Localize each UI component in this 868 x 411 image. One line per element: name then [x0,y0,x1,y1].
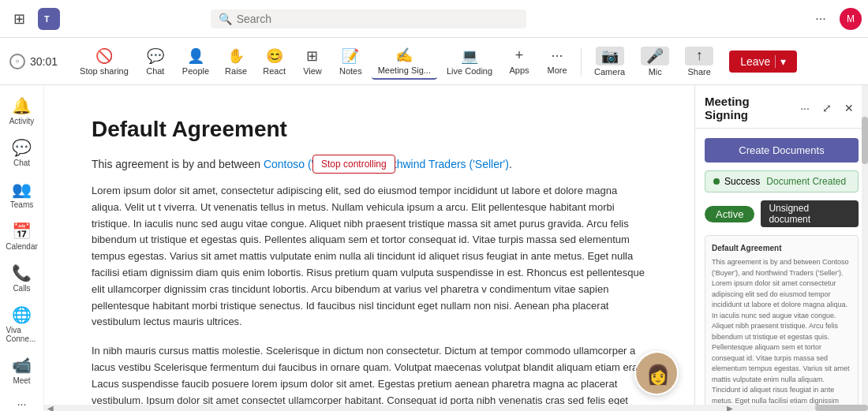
panel-close-button[interactable]: ✕ [840,99,859,118]
share-icon: ↑ [685,47,713,65]
signing-panel: Meeting Signing ··· ⤢ ✕ Create Documents… [694,85,868,411]
sidebar-item-calendar[interactable]: 📅 Calendar [3,217,41,256]
teams-logo: T [38,8,60,30]
main-content: 🔔 Activity 💬 Chat 👥 Teams 📅 Calendar 📞 C… [0,85,868,411]
doc-paragraph-2: In nibh mauris cursus mattis molestie. S… [92,343,647,411]
scroll-right-icon[interactable]: ▶ [727,404,733,412]
view-icon: ⊞ [306,47,318,65]
grid-icon[interactable]: ⊞ [6,6,32,32]
notes-icon: 📝 [342,47,359,65]
document-area: Stop controlling Default Agreement This … [44,85,868,411]
horizontal-scrollbar[interactable]: ◀ ▶ [44,405,868,411]
share-button[interactable]: ↑ Share [679,43,720,80]
stop-controlling-button[interactable]: Stop controlling [312,155,395,174]
create-documents-button[interactable]: Create Documents [705,138,859,163]
panel-header: Meeting Signing ··· ⤢ ✕ [695,85,868,129]
search-icon: 🔍 [219,13,232,25]
chat-icon: 💬 [147,47,164,65]
panel-more-button[interactable]: ··· [795,99,814,118]
sidebar-item-meet[interactable]: 📹 Meet [3,351,41,390]
raise-button[interactable]: ✋ Raise [219,44,253,79]
more-icon[interactable]: ··· [808,6,833,32]
chat-nav-icon: 💬 [12,138,32,157]
more-icon: ··· [552,47,563,64]
sidebar-item-activity[interactable]: 🔔 Activity [3,92,41,130]
calendar-nav-icon: 📅 [12,222,32,241]
react-button[interactable]: 😊 React [256,44,292,79]
participant-avatar: 👩 [634,351,679,395]
mic-button[interactable]: 🎤 Mic [634,43,675,80]
meeting-timer: ○ 30:01 [9,54,58,69]
more-button[interactable]: ··· More [540,44,574,78]
teams-nav-icon: 👥 [12,180,32,199]
document-preview: Default Agreement This agreement is by a… [705,235,859,411]
top-bar-actions: ··· M [808,6,862,32]
raise-icon: ✋ [227,47,245,65]
notes-button[interactable]: 📝 Notes [333,44,369,79]
panel-body: Create Documents Success Document Create… [695,129,868,411]
sidebar-item-more[interactable]: ··· [3,393,41,411]
timer-circle: ○ [9,54,25,69]
document-title: Default Agreement [92,117,647,142]
success-message: Success Document Created [705,170,859,192]
preview-text: This agreement is by and between Contoso… [712,258,849,411]
success-indicator [713,178,720,185]
sidebar-item-calls[interactable]: 📞 Calls [3,259,41,297]
search-bar[interactable]: 🔍 [211,9,526,28]
people-icon: 👤 [187,47,204,65]
meeting-toolbar: ○ 30:01 🚫 Stop sharing 💬 Chat 👤 People ✋… [0,38,868,85]
unsigned-badge: Unsigned document [761,200,859,227]
apps-icon: + [515,47,524,64]
status-row: Active Unsigned document [705,200,859,227]
camera-button[interactable]: 📷 Camera [588,43,631,80]
scroll-left-icon[interactable]: ◀ [47,404,54,412]
leave-chevron-icon[interactable]: ▾ [775,55,786,68]
camera-icon: 📷 [596,47,624,65]
calls-nav-icon: 📞 [12,263,32,282]
document-viewer[interactable]: Stop controlling Default Agreement This … [44,85,694,411]
preview-title: Default Agreement [712,242,851,254]
mic-icon: 🎤 [641,47,669,65]
live-coding-icon: 💻 [461,47,478,65]
apps-button[interactable]: + Apps [502,44,537,78]
view-button[interactable]: ⊞ View [295,44,330,79]
sidebar-item-viva[interactable]: 🌐 Viva Conne... [3,301,41,348]
live-coding-button[interactable]: 💻 Live Coding [440,44,499,79]
toolbar-sep [581,47,582,76]
people-button[interactable]: 👤 People [176,44,215,79]
leave-button[interactable]: Leave ▾ [729,50,797,73]
panel-header-actions: ··· ⤢ ✕ [795,99,859,118]
stop-share-icon: 🚫 [95,47,113,65]
vertical-scrollbar[interactable] [862,85,868,411]
meeting-sig-button[interactable]: ✍️ Meeting Sig... [372,43,437,80]
document-body: Lorem ipsum dolor sit amet, consectetur … [92,183,647,411]
sidebar-item-chat[interactable]: 💬 Chat [3,133,41,172]
react-icon: 😊 [266,47,283,65]
panel-title: Meeting Signing [705,95,795,121]
seller-highlight: Northwind Traders ('Seller') [376,158,509,170]
search-input[interactable] [237,13,518,25]
panel-expand-button[interactable]: ⤢ [817,99,836,118]
svg-text:T: T [44,14,50,24]
scrollbar-thumb[interactable] [862,117,868,164]
meet-nav-icon: 📹 [12,356,32,375]
active-badge: Active [705,206,754,222]
hscrollbar-thumb[interactable] [815,405,868,411]
viva-nav-icon: 🌐 [12,305,32,324]
activity-icon: 🔔 [12,96,32,115]
sidebar-item-teams[interactable]: 👥 Teams [3,175,41,214]
stop-sharing-button[interactable]: 🚫 Stop sharing [73,44,135,79]
left-nav: 🔔 Activity 💬 Chat 👥 Teams 📅 Calendar 📞 C… [0,85,44,411]
doc-paragraph-1: Lorem ipsum dolor sit amet, consectetur … [92,183,647,331]
top-bar: ⊞ T 🔍 ··· M [0,0,868,38]
more-nav-icon: ··· [17,398,27,410]
chat-button[interactable]: 💬 Chat [138,44,173,79]
scroll-arrows: ◀ ▶ [44,404,736,412]
meeting-sig-icon: ✍️ [395,47,413,64]
user-avatar[interactable]: M [840,8,862,30]
